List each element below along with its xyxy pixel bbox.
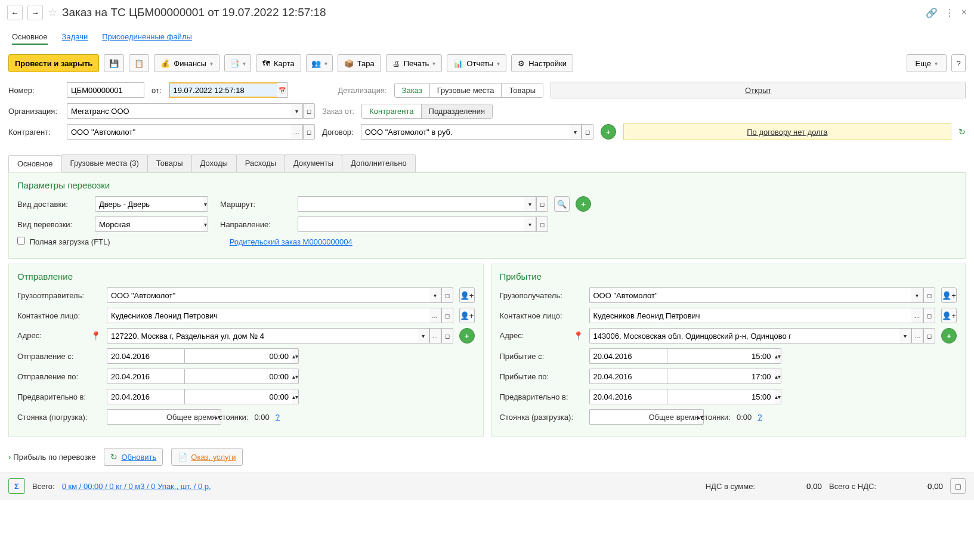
tara-button[interactable]: 📦 Тара <box>338 54 381 72</box>
open-ref-icon[interactable]: ◻ <box>441 328 453 344</box>
settings-button[interactable]: ⚙ Настройки <box>511 54 573 72</box>
nav-main[interactable]: Основное <box>12 30 48 45</box>
tab-extra[interactable]: Дополнительно <box>342 154 416 172</box>
save-button[interactable]: 💾 <box>104 54 124 72</box>
nav-files[interactable]: Присоединенные файлы <box>102 30 192 45</box>
refresh-doc-button[interactable]: 📋 <box>129 54 149 72</box>
refresh-profit-button[interactable]: ↻ Обновить <box>104 448 163 466</box>
chevron-down-icon[interactable]: ▾ <box>570 124 582 140</box>
open-ref-icon[interactable]: ◻ <box>923 287 935 303</box>
no-debt-badge[interactable]: По договору нет долга <box>623 123 951 140</box>
spinner-icon[interactable]: ▴▾ <box>292 369 299 384</box>
map-button[interactable]: 🗺 Карта <box>256 54 301 72</box>
calendar-icon[interactable]: 📅 <box>277 82 288 98</box>
close-icon[interactable]: × <box>961 7 967 18</box>
ellipsis-icon[interactable]: … <box>291 124 303 140</box>
post-close-button[interactable]: Провести и закрыть <box>8 54 99 72</box>
back-button[interactable]: ← <box>7 5 23 20</box>
add-route-button[interactable]: + <box>576 196 591 212</box>
dep-pre-time[interactable] <box>184 389 292 404</box>
consignee-input[interactable] <box>589 287 912 303</box>
open-ref-icon[interactable]: ◻ <box>923 328 935 344</box>
search-route-button[interactable]: 🔍 <box>554 196 570 212</box>
help-icon[interactable]: ? <box>757 413 762 422</box>
open-ref-icon[interactable]: ◻ <box>441 287 453 303</box>
chevron-down-icon[interactable]: ▾ <box>203 196 208 212</box>
add-address-button[interactable]: + <box>941 328 957 344</box>
ftl-checkbox[interactable]: Полная загрузка (FTL) <box>17 237 110 246</box>
help-button[interactable]: ? <box>951 54 966 72</box>
favorite-icon[interactable]: ☆ <box>48 6 57 19</box>
open-ref-icon[interactable]: ◻ <box>303 103 315 119</box>
tab-expense[interactable]: Расходы <box>236 154 285 172</box>
arr-contact-input[interactable] <box>589 308 912 323</box>
parent-order-link[interactable]: Родительский заказ М0000000004 <box>230 237 353 246</box>
profit-toggle[interactable]: ›Прибыль по перевозке <box>8 453 95 462</box>
counter-input[interactable] <box>67 124 291 140</box>
arr-to-time[interactable] <box>667 369 775 384</box>
tab-docs[interactable]: Документы <box>285 154 342 172</box>
route-input[interactable] <box>298 196 524 212</box>
open-ref-icon[interactable]: ◻ <box>303 124 315 140</box>
chevron-down-icon[interactable]: ▾ <box>524 196 536 212</box>
spinner-icon[interactable]: ▴▾ <box>775 369 781 384</box>
ellipsis-icon[interactable]: … <box>911 328 923 344</box>
copy-button[interactable]: 📑 <box>224 54 251 72</box>
nav-tasks[interactable]: Задачи <box>62 30 88 45</box>
more-button[interactable]: Еще <box>907 54 947 72</box>
tab-cargo[interactable]: Грузовые места (3) <box>61 154 148 172</box>
ellipsis-icon[interactable]: … <box>429 328 441 344</box>
number-input[interactable] <box>67 82 144 98</box>
add-person-icon[interactable]: 👤+ <box>941 287 957 303</box>
chevron-down-icon[interactable]: ▾ <box>911 287 923 303</box>
spinner-icon[interactable]: ▴▾ <box>292 348 299 364</box>
dep-contact-input[interactable] <box>107 308 429 323</box>
add-person-icon[interactable]: 👤+ <box>459 308 475 323</box>
help-icon[interactable]: ? <box>276 413 280 422</box>
totals-summary-link[interactable]: 0 км / 00:00 / 0 кг / 0 м3 / 0 Упак., шт… <box>62 482 211 491</box>
add-contract-button[interactable]: + <box>601 124 616 140</box>
kebab-icon[interactable]: ⋮ <box>945 7 954 18</box>
tab-income[interactable]: Доходы <box>191 154 237 172</box>
direction-input[interactable] <box>298 216 524 232</box>
expand-totals-icon[interactable]: ◻ <box>950 478 966 494</box>
dep-from-time[interactable] <box>184 348 292 364</box>
finance-button[interactable]: 💰 Финансы <box>154 54 219 72</box>
ellipsis-icon[interactable]: … <box>429 308 441 323</box>
ellipsis-icon[interactable]: … <box>911 308 923 323</box>
chevron-down-icon[interactable]: ▾ <box>203 216 208 232</box>
spinner-icon[interactable]: ▴▾ <box>775 389 781 404</box>
sigma-icon[interactable]: Σ <box>8 478 25 494</box>
arr-address-input[interactable] <box>589 328 900 344</box>
print-button[interactable]: 🖨 Печать <box>386 54 443 72</box>
arr-pre-time[interactable] <box>667 389 775 404</box>
seg-cargo[interactable]: Грузовые места <box>430 83 502 97</box>
org-input[interactable] <box>67 103 291 119</box>
services-button[interactable]: 📄 Оказ. услуги <box>171 448 242 466</box>
shipper-input[interactable] <box>107 287 429 303</box>
seg-dept[interactable]: Подразделения <box>422 104 493 118</box>
add-person-icon[interactable]: 👤+ <box>459 287 475 303</box>
delivery-input[interactable] <box>95 196 203 212</box>
tab-goods[interactable]: Товары <box>147 154 192 172</box>
dep-address-input[interactable] <box>107 328 418 344</box>
contract-input[interactable] <box>361 124 570 140</box>
link-icon[interactable]: 🔗 <box>926 7 938 18</box>
chevron-down-icon[interactable]: ▾ <box>291 103 303 119</box>
people-button[interactable]: 👥 <box>306 54 333 72</box>
date-input[interactable] <box>169 82 277 98</box>
seg-counter[interactable]: Контрагента <box>362 104 421 118</box>
arr-from-time[interactable] <box>667 348 775 364</box>
chevron-down-icon[interactable]: ▾ <box>524 216 536 232</box>
transport-input[interactable] <box>95 216 203 232</box>
open-ref-icon[interactable]: ◻ <box>536 196 548 212</box>
seg-goods[interactable]: Товары <box>502 83 543 97</box>
reports-button[interactable]: 📊 Отчеты <box>447 54 506 72</box>
forward-button[interactable]: → <box>27 5 43 20</box>
spinner-icon[interactable]: ▴▾ <box>292 389 299 404</box>
refresh-debt-icon[interactable]: ↻ <box>958 127 966 137</box>
open-status[interactable]: Открыт <box>551 82 966 98</box>
add-address-button[interactable]: + <box>459 328 475 344</box>
open-ref-icon[interactable]: ◻ <box>923 308 935 323</box>
open-ref-icon[interactable]: ◻ <box>441 308 453 323</box>
